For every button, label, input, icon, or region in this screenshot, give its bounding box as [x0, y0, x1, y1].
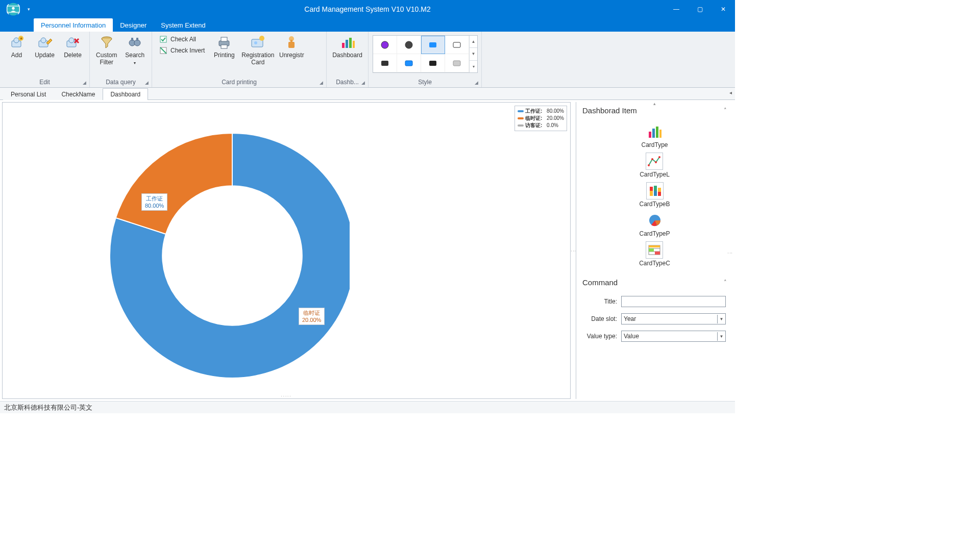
dropdown-caret-icon: ▾	[134, 61, 136, 65]
doc-tab-checkname[interactable]: CheckName	[54, 88, 103, 100]
status-bar: 北京斯科德科技有限公司-英文	[0, 401, 735, 413]
svg-rect-28	[346, 40, 348, 48]
bar-chart-icon	[339, 34, 356, 51]
style-gallery[interactable]: ▲ ▼ ▾	[373, 35, 478, 73]
date-slot-combo[interactable]: Year▼	[621, 313, 726, 324]
group-caption-edit: Edit◢	[3, 78, 86, 86]
dialog-launcher-icon[interactable]: ◢	[475, 80, 478, 85]
gallery-up-icon[interactable]: ▲	[470, 36, 477, 48]
style-swatch[interactable]	[373, 36, 397, 54]
dash-item-cardtypep[interactable]: CardTypeP	[638, 211, 671, 238]
style-swatch[interactable]	[373, 54, 397, 72]
svg-rect-57	[649, 245, 660, 247]
ribbon-group-dashboard: Dashboard Dashb...◢	[327, 32, 369, 87]
svg-rect-40	[652, 129, 655, 138]
style-swatch[interactable]	[421, 36, 445, 54]
svg-rect-15	[136, 38, 138, 41]
splitter-h-icon[interactable]: ·····	[281, 394, 291, 398]
delete-button[interactable]: Delete	[59, 33, 86, 60]
delete-person-icon	[65, 34, 81, 51]
binoculars-icon	[127, 34, 143, 51]
doc-tabstrip: Personal List CheckName Dashboard ◂	[0, 88, 735, 100]
add-button[interactable]: ★ Add	[3, 33, 30, 60]
collapse-right-icon[interactable]: ⋮	[727, 251, 733, 256]
close-button[interactable]: ✕	[712, 0, 735, 18]
collapse-up-icon[interactable]: ▴	[653, 102, 656, 106]
splitter-v[interactable]: ⋮	[571, 100, 576, 401]
tab-system-extend[interactable]: System Extend	[154, 18, 212, 32]
svg-rect-16	[160, 36, 166, 42]
svg-rect-36	[405, 61, 412, 66]
dash-item-cardtype[interactable]: CardType	[640, 122, 669, 149]
printer-icon	[216, 34, 232, 51]
printing-button[interactable]: Printing	[210, 33, 238, 60]
accordion-command[interactable]: Command ˄	[576, 274, 733, 291]
dialog-launcher-icon[interactable]: ◢	[361, 80, 365, 85]
dropdown-caret-icon: ▼	[717, 315, 725, 323]
side-panel: ▴ ⋮ Dashborad Item ˄ CardType CardTypeL …	[576, 102, 733, 399]
dashboard-button[interactable]: Dashboard	[330, 33, 365, 60]
svg-rect-52	[658, 192, 661, 196]
style-swatch[interactable]	[397, 36, 421, 54]
svg-point-22	[254, 41, 257, 44]
chevron-up-icon: ˄	[724, 107, 727, 114]
gallery-down-icon[interactable]: ▼	[470, 48, 477, 60]
maximize-button[interactable]: ▢	[688, 0, 712, 18]
dialog-launcher-icon[interactable]: ◢	[145, 80, 149, 85]
svg-rect-48	[650, 191, 653, 196]
ribbon-group-edit: ★ Add Update Delete Edit◢	[0, 32, 90, 87]
svg-rect-39	[649, 132, 651, 138]
svg-rect-19	[221, 37, 227, 41]
check-all-button[interactable]: Check All	[157, 34, 207, 44]
dialog-launcher-icon[interactable]: ◢	[83, 80, 86, 85]
svg-rect-29	[349, 38, 352, 48]
update-button[interactable]: Update	[31, 33, 58, 60]
check-invert-button[interactable]: Check Invert	[157, 45, 207, 56]
dash-item-cardtypel[interactable]: CardTypeL	[639, 152, 671, 179]
svg-point-4	[14, 38, 19, 43]
svg-rect-34	[453, 42, 460, 47]
svg-point-44	[651, 158, 653, 160]
svg-rect-20	[221, 45, 227, 48]
svg-rect-26	[290, 40, 292, 43]
ribbon-group-style: ▲ ▼ ▾ Style◢	[369, 32, 482, 87]
gallery-more-icon[interactable]: ▾	[470, 61, 477, 72]
svg-rect-30	[353, 41, 355, 48]
svg-rect-35	[381, 61, 388, 66]
unregistr-button[interactable]: Unregistr	[277, 33, 306, 60]
style-swatch[interactable]	[397, 54, 421, 72]
style-swatch[interactable]	[445, 54, 469, 72]
tab-designer[interactable]: Designer	[113, 18, 154, 32]
unregister-icon	[283, 34, 300, 51]
tab-personnel-information[interactable]: Personnel Information	[34, 18, 113, 32]
svg-rect-37	[429, 61, 436, 66]
style-swatch[interactable]	[421, 54, 445, 72]
pie-chart-icon	[646, 212, 664, 229]
chart-pane: 工作证: 80.00% 临时证: 20.00% 访客证: 0.0% 工作证80.…	[2, 102, 571, 399]
status-text: 北京斯科德科技有限公司-英文	[4, 403, 92, 412]
scroll-left-icon[interactable]: ◂	[729, 90, 732, 95]
dialog-launcher-icon[interactable]: ◢	[320, 80, 323, 85]
date-slot-label: Date slot:	[583, 315, 617, 322]
chevron-up-icon: ˄	[724, 279, 727, 286]
dash-item-cardtypec[interactable]: CardTypeC	[638, 240, 671, 268]
slice-label-work: 工作证80.00%	[141, 193, 167, 211]
minimize-button[interactable]: —	[665, 0, 688, 18]
doc-tab-personal-list[interactable]: Personal List	[3, 88, 54, 100]
registration-card-button[interactable]: Registration Card	[239, 33, 276, 67]
title-input[interactable]	[621, 296, 726, 307]
dash-item-cardtypeb[interactable]: CardTypeB	[638, 181, 671, 209]
qat-customize-icon[interactable]: ▾	[28, 7, 30, 12]
dashboard-item-list: CardType CardTypeL CardTypeB CardTypeP C…	[576, 119, 733, 274]
svg-point-31	[381, 41, 388, 48]
search-button[interactable]: Search▾	[121, 33, 149, 68]
title-label: Title:	[583, 298, 617, 305]
svg-rect-42	[659, 130, 662, 138]
style-swatch[interactable]	[445, 36, 469, 54]
svg-rect-38	[453, 61, 460, 66]
svg-point-46	[658, 156, 660, 158]
custom-filter-button[interactable]: Custom Filter	[93, 33, 120, 67]
value-type-combo[interactable]: Value▼	[621, 331, 726, 342]
doc-tab-dashboard[interactable]: Dashboard	[103, 88, 148, 100]
svg-text:★: ★	[19, 36, 22, 41]
